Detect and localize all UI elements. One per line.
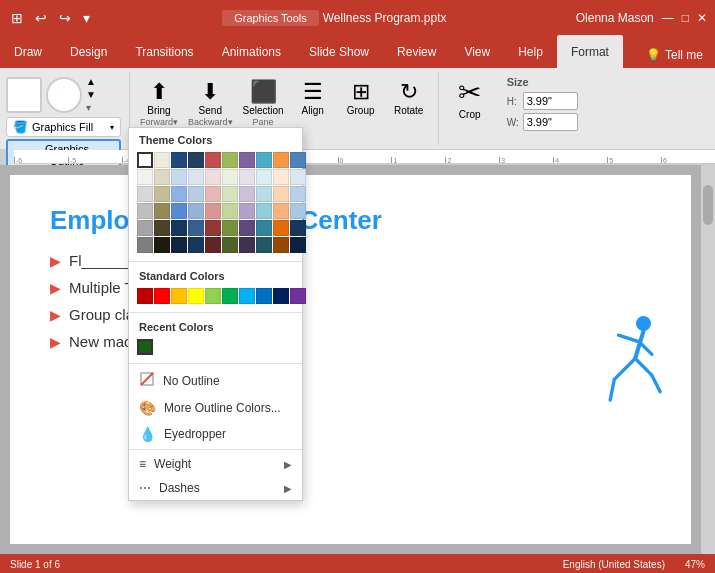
theme-color-20[interactable] xyxy=(137,186,153,202)
theme-color-33[interactable] xyxy=(188,203,204,219)
theme-color-49[interactable] xyxy=(290,220,306,236)
crop-button[interactable]: ✂ Crop xyxy=(445,72,495,124)
slide-panel[interactable]: Employee Wellness Center ▶ Fl______ ▶ Mu… xyxy=(10,175,691,544)
tab-help[interactable]: Help xyxy=(504,35,557,68)
redo-button[interactable]: ↪ xyxy=(56,10,74,26)
tab-view[interactable]: View xyxy=(450,35,504,68)
theme-color-23[interactable] xyxy=(188,186,204,202)
theme-color-18[interactable] xyxy=(273,169,289,185)
tell-me-box[interactable]: 💡 Tell me xyxy=(634,42,715,68)
eyedropper-item[interactable]: 💧 Eyedropper xyxy=(129,421,302,447)
theme-color-30[interactable] xyxy=(137,203,153,219)
theme-color-53[interactable] xyxy=(188,237,204,253)
theme-color-40[interactable] xyxy=(137,220,153,236)
theme-color-3[interactable] xyxy=(188,152,204,168)
tab-design[interactable]: Design xyxy=(56,35,121,68)
theme-color-6[interactable] xyxy=(239,152,255,168)
dashes-item[interactable]: ⋯ Dashes ▶ xyxy=(129,476,302,500)
theme-color-42[interactable] xyxy=(171,220,187,236)
theme-color-26[interactable] xyxy=(239,186,255,202)
theme-color-36[interactable] xyxy=(239,203,255,219)
standard-color-3[interactable] xyxy=(188,288,204,304)
style-preview-rounded[interactable] xyxy=(46,77,82,113)
styles-down-arrow[interactable]: ▼ xyxy=(86,89,96,100)
theme-color-10[interactable] xyxy=(137,169,153,185)
width-input[interactable] xyxy=(523,113,578,131)
theme-color-32[interactable] xyxy=(171,203,187,219)
theme-color-4[interactable] xyxy=(205,152,221,168)
theme-color-15[interactable] xyxy=(222,169,238,185)
standard-color-1[interactable] xyxy=(154,288,170,304)
theme-color-31[interactable] xyxy=(154,203,170,219)
theme-color-19[interactable] xyxy=(290,169,306,185)
standard-color-4[interactable] xyxy=(205,288,221,304)
theme-color-28[interactable] xyxy=(273,186,289,202)
theme-color-34[interactable] xyxy=(205,203,221,219)
theme-color-43[interactable] xyxy=(188,220,204,236)
close-button[interactable]: ✕ xyxy=(697,11,707,25)
bring-forward-button[interactable]: ⬆ Bring Forward▾ xyxy=(136,76,182,134)
theme-color-9[interactable] xyxy=(290,152,306,168)
theme-color-52[interactable] xyxy=(171,237,187,253)
rotate-button[interactable]: ↻ Rotate xyxy=(386,76,432,134)
tab-review[interactable]: Review xyxy=(383,35,450,68)
align-button[interactable]: ☰ Align xyxy=(290,76,336,134)
theme-color-7[interactable] xyxy=(256,152,272,168)
theme-color-59[interactable] xyxy=(290,237,306,253)
theme-color-44[interactable] xyxy=(205,220,221,236)
standard-color-8[interactable] xyxy=(273,288,289,304)
weight-item[interactable]: ≡ Weight ▶ xyxy=(129,452,302,476)
undo-button[interactable]: ↩ xyxy=(32,10,50,26)
recent-color-swatch[interactable] xyxy=(137,339,153,355)
theme-color-17[interactable] xyxy=(256,169,272,185)
theme-color-55[interactable] xyxy=(222,237,238,253)
theme-color-37[interactable] xyxy=(256,203,272,219)
standard-color-9[interactable] xyxy=(290,288,306,304)
theme-color-12[interactable] xyxy=(171,169,187,185)
standard-color-0[interactable] xyxy=(137,288,153,304)
theme-color-2[interactable] xyxy=(171,152,187,168)
theme-color-51[interactable] xyxy=(154,237,170,253)
theme-color-22[interactable] xyxy=(171,186,187,202)
theme-color-8[interactable] xyxy=(273,152,289,168)
theme-color-16[interactable] xyxy=(239,169,255,185)
theme-color-39[interactable] xyxy=(290,203,306,219)
theme-color-35[interactable] xyxy=(222,203,238,219)
minimize-button[interactable]: — xyxy=(662,11,674,25)
tab-slideshow[interactable]: Slide Show xyxy=(295,35,383,68)
standard-color-2[interactable] xyxy=(171,288,187,304)
styles-up-arrow[interactable]: ▲ xyxy=(86,76,96,87)
group-button[interactable]: ⊞ Group xyxy=(338,76,384,134)
theme-color-47[interactable] xyxy=(256,220,272,236)
theme-color-48[interactable] xyxy=(273,220,289,236)
theme-color-1[interactable] xyxy=(154,152,170,168)
tab-transitions[interactable]: Transitions xyxy=(121,35,207,68)
graphics-fill-button[interactable]: 🪣 Graphics Fill ▾ xyxy=(6,117,121,137)
theme-color-56[interactable] xyxy=(239,237,255,253)
theme-color-45[interactable] xyxy=(222,220,238,236)
theme-color-54[interactable] xyxy=(205,237,221,253)
theme-color-24[interactable] xyxy=(205,186,221,202)
maximize-button[interactable]: □ xyxy=(682,11,689,25)
quick-access-more[interactable]: ▾ xyxy=(80,10,93,26)
theme-color-46[interactable] xyxy=(239,220,255,236)
send-backward-button[interactable]: ⬇ Send Backward▾ xyxy=(184,76,237,134)
tab-animations[interactable]: Animations xyxy=(208,35,295,68)
theme-color-14[interactable] xyxy=(205,169,221,185)
theme-color-11[interactable] xyxy=(154,169,170,185)
theme-color-29[interactable] xyxy=(290,186,306,202)
theme-color-41[interactable] xyxy=(154,220,170,236)
theme-color-0[interactable] xyxy=(137,152,153,168)
standard-color-6[interactable] xyxy=(239,288,255,304)
style-preview-rect[interactable] xyxy=(6,77,42,113)
no-outline-item[interactable]: No Outline xyxy=(129,366,302,395)
theme-color-38[interactable] xyxy=(273,203,289,219)
more-outline-item[interactable]: 🎨 More Outline Colors... xyxy=(129,395,302,421)
theme-color-25[interactable] xyxy=(222,186,238,202)
tab-format[interactable]: Format xyxy=(557,35,623,68)
theme-color-50[interactable] xyxy=(137,237,153,253)
theme-color-58[interactable] xyxy=(273,237,289,253)
standard-color-7[interactable] xyxy=(256,288,272,304)
theme-color-21[interactable] xyxy=(154,186,170,202)
theme-color-13[interactable] xyxy=(188,169,204,185)
